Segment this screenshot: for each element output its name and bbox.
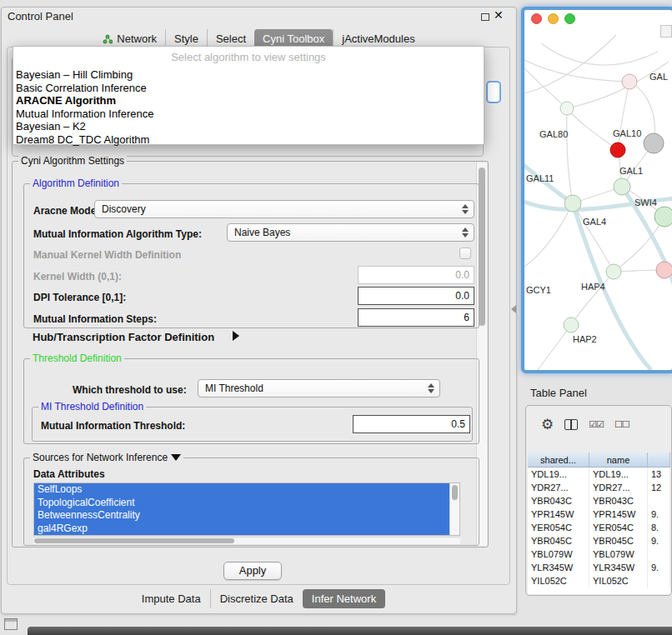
list-item[interactable]: BetweennessCentrality	[34, 509, 449, 522]
which-threshold-select[interactable]: MI Threshold	[198, 379, 440, 398]
cell: YDL19...	[589, 468, 648, 481]
node-hap2[interactable]	[564, 318, 579, 332]
hub-tf-definition-toggle[interactable]: Hub/Transcription Factor Definition	[33, 331, 214, 343]
cell: YER054C	[528, 521, 589, 534]
column-header[interactable]	[648, 452, 670, 467]
cell: YBL079W	[528, 548, 589, 561]
network-graph[interactable]: GAL GAL80 GAL10 GAL11 GAL1 SWI4 GAL4 GCY…	[524, 10, 672, 370]
tab-discretize-data[interactable]: Discretize Data	[210, 589, 303, 608]
column-header[interactable]: name	[589, 452, 648, 467]
desktop: Control Panel ✕ Network Style Select Cyn…	[0, 0, 672, 635]
table-row[interactable]: YLR345W YLR345W 9.	[528, 561, 670, 574]
gear-icon[interactable]: ⚙	[541, 418, 554, 432]
node-label: GCY1	[526, 285, 551, 295]
data-attributes-label: Data Attributes	[33, 468, 105, 480]
cell: YBR043C	[528, 494, 589, 508]
list-item[interactable]: TopologicalCoefficient	[34, 497, 449, 510]
algorithm-definition-group: Algorithm Definition Aracne Mode: Discov…	[23, 183, 479, 328]
node[interactable]	[560, 102, 574, 115]
mi-steps-input[interactable]	[358, 308, 474, 327]
node-pink[interactable]	[656, 262, 672, 278]
kernel-width-input[interactable]	[358, 266, 474, 284]
node-label: SWI4	[634, 198, 657, 208]
list-item[interactable]: SelfLoops	[34, 483, 449, 497]
list-scrollbar[interactable]	[449, 483, 459, 535]
apply-button[interactable]: Apply	[223, 562, 282, 580]
tab-label: Select	[216, 32, 246, 45]
close-icon[interactable]: ✕	[494, 8, 504, 22]
node-swi4[interactable]	[654, 207, 672, 227]
table-row[interactable]: YER054C YER054C 8.	[528, 521, 670, 534]
dropdown-item[interactable]: Bayesian – K2	[13, 120, 484, 133]
cell: YLR345W	[589, 561, 648, 574]
scrollbar-thumb[interactable]	[479, 168, 485, 326]
cell	[648, 494, 670, 508]
minimized-panel-icon[interactable]	[4, 618, 18, 630]
node-gal4[interactable]	[564, 195, 581, 212]
mi-type-select[interactable]: Naive Bayes	[227, 223, 474, 242]
dropdown-item[interactable]: Dream8 DC_TDC Algorithm	[13, 133, 484, 147]
algorithm-combobox-fragment[interactable]	[486, 81, 501, 103]
tab-impute-data[interactable]: Impute Data	[133, 589, 210, 608]
cyni-algorithm-settings-group: Cyni Algorithm Settings Algorithm Defini…	[12, 161, 489, 548]
cell: YPR145W	[528, 508, 589, 521]
cell: YBL079W	[589, 548, 648, 561]
node-label: GAL1	[619, 166, 643, 176]
collapse-arrow-icon[interactable]	[171, 454, 181, 461]
aracne-mode-select[interactable]: Discovery	[94, 200, 474, 218]
tab-label: Cyni Toolbox	[263, 32, 324, 45]
mi-threshold-legend: MI Threshold Definition	[38, 401, 146, 412]
column-selector-icon[interactable]	[564, 419, 578, 430]
table-row[interactable]: YDR27... YDR27... 12	[528, 481, 670, 494]
selected-value: MI Threshold	[205, 382, 263, 394]
expand-arrow-icon[interactable]	[233, 331, 239, 341]
cell	[648, 548, 670, 561]
node-label: GAL80	[539, 129, 568, 139]
node[interactable]	[622, 74, 637, 89]
table-row[interactable]: YBR043C YBR043C	[528, 494, 670, 508]
data-attributes-list[interactable]: SelfLoops TopologicalCoefficient Between…	[33, 482, 460, 536]
dropdown-item[interactable]: Basic Correlation Inference	[13, 82, 484, 95]
scrollbar-thumb[interactable]	[452, 485, 458, 500]
chevron-updown-icon	[462, 204, 469, 214]
node-gray[interactable]	[644, 133, 664, 153]
node-label: GAL	[649, 72, 668, 82]
table-row[interactable]: YPR145W YPR145W 9.	[528, 508, 670, 521]
mi-threshold-label: Mutual Information Threshold:	[41, 420, 185, 432]
scrollbar-thumb[interactable]	[34, 538, 234, 543]
node-label: GAL4	[583, 217, 606, 227]
network-view-window[interactable]: GAL GAL80 GAL10 GAL11 GAL1 SWI4 GAL4 GCY…	[521, 7, 672, 373]
dpi-tolerance-input[interactable]	[358, 287, 474, 305]
table-row[interactable]: YBR045C YBR045C 9.	[528, 534, 670, 548]
float-window-icon[interactable]	[481, 13, 489, 21]
dpi-tolerance-label: DPI Tolerance [0,1]:	[33, 292, 126, 303]
node-red-gal10[interactable]	[610, 142, 625, 158]
tab-label: jActiveModules	[342, 32, 414, 45]
list-item[interactable]: gal4RGexp	[34, 522, 449, 536]
panel-resize-grip[interactable]	[511, 305, 516, 313]
aracne-mode-label: Aracne Mode:	[33, 205, 99, 217]
manual-kernel-checkbox[interactable]	[459, 248, 471, 259]
deselect-all-icon[interactable]: ☐☐	[614, 419, 629, 430]
table-row[interactable]: YIL052C YIL052C	[528, 574, 670, 588]
list-h-scrollbar[interactable]	[33, 537, 460, 544]
dropdown-item[interactable]: Mutual Information Inference	[13, 108, 484, 121]
settings-legend: Cyni Algorithm Settings	[18, 155, 127, 167]
selected-value: Naive Bayes	[234, 227, 290, 238]
mi-threshold-input[interactable]	[353, 415, 470, 433]
select-all-icon[interactable]: ☑☑	[589, 419, 604, 430]
dropdown-item[interactable]: Bayesian – Hill Climbing	[13, 68, 484, 82]
node-hap4[interactable]	[606, 264, 621, 279]
mi-steps-label: Mutual Information Steps:	[33, 313, 157, 325]
node-label: HAP4	[581, 282, 605, 292]
table-row[interactable]: YDL19... YDL19... 13	[528, 468, 670, 481]
node-label: HAP2	[573, 334, 597, 344]
node-gal1[interactable]	[614, 178, 630, 195]
node-label: GAL11	[526, 173, 554, 183]
table-row[interactable]: YBL079W YBL079W	[528, 548, 670, 561]
dropdown-item-selected[interactable]: ARACNE Algorithm	[13, 94, 484, 108]
column-header[interactable]: shared...	[528, 452, 589, 467]
sources-legend[interactable]: Sources for Network Inference	[30, 452, 183, 463]
cyni-bottom-tabbar: Impute Data Discretize Data Infer Networ…	[1, 588, 517, 609]
tab-infer-network[interactable]: Infer Network	[303, 589, 385, 608]
